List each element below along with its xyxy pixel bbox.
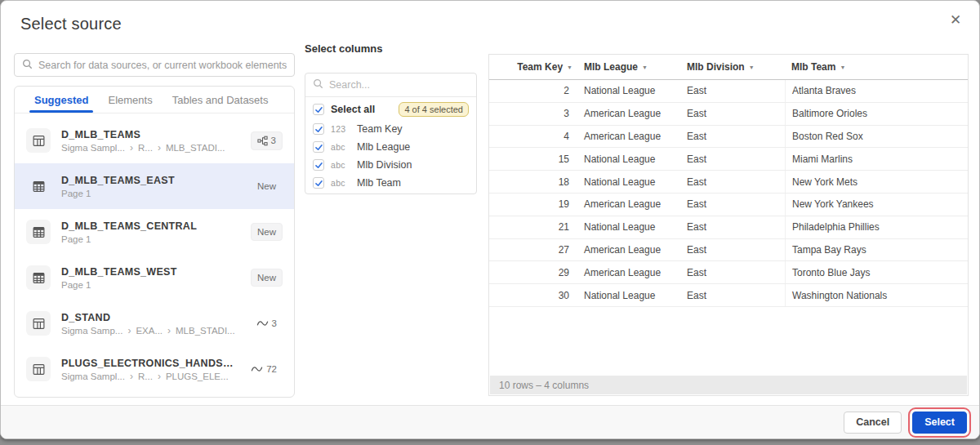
chart-count-badge: 3 xyxy=(251,315,283,332)
source-breadcrumb: Page 1 xyxy=(61,234,197,244)
table-cell: 4 xyxy=(489,126,577,148)
table-cell: 18 xyxy=(489,171,577,193)
dataset-table-icon xyxy=(26,128,51,153)
breadcrumb-part: Sigma Sampl... xyxy=(61,143,125,153)
header-label: Mlb Division xyxy=(687,61,745,73)
sort-caret-icon[interactable]: ▼ xyxy=(567,65,572,70)
columns-search-box xyxy=(305,73,476,97)
badge-count: 72 xyxy=(266,364,277,374)
column-header-mlb-team[interactable]: Mlb Team▼ xyxy=(785,55,968,79)
column-header-mlb-division[interactable]: Mlb Division▼ xyxy=(680,55,785,79)
tab-suggested[interactable]: Suggested xyxy=(26,87,96,113)
table-cell: 21 xyxy=(489,216,577,238)
close-icon[interactable]: ✕ xyxy=(947,11,964,29)
column-name: Mlb League xyxy=(357,141,410,153)
table-cell: East xyxy=(680,103,785,125)
table-cell: East xyxy=(680,148,785,170)
select-button[interactable]: Select xyxy=(912,412,967,434)
columns-search-input[interactable] xyxy=(329,79,469,91)
source-text: PLUGS_ELECTRONICS_HANDS_ON_LAB...Sigma S… xyxy=(61,358,234,381)
table-cell: New York Mets xyxy=(785,171,968,193)
sort-caret-icon[interactable]: ▼ xyxy=(642,65,648,70)
source-breadcrumb: Page 1 xyxy=(61,280,177,290)
column-name: Mlb Team xyxy=(357,177,401,189)
source-list-item[interactable]: D_MLB_TEAMSSigma Sampl...›R...›MLB_STADI… xyxy=(15,118,294,163)
line-chart-icon xyxy=(256,319,269,327)
source-list-item[interactable]: D_MLB_TEAMS_EASTPage 1New xyxy=(15,163,294,209)
source-breadcrumb: Sigma Sampl...›R...›MLB_STADI... xyxy=(61,143,225,153)
tab-tables-and-datasets[interactable]: Tables and Datasets xyxy=(164,87,277,113)
source-list-item[interactable]: PLUGS_ELECTRONICS_HANDS_ON_LAB...Sigma S… xyxy=(15,346,294,392)
select-source-dialog: Select source ✕ SuggestedElementsTables … xyxy=(0,0,980,439)
table-cell: Philadelphia Phillies xyxy=(785,216,968,238)
source-text: D_MLB_TEAMSSigma Sampl...›R...›MLB_STADI… xyxy=(61,129,225,153)
sort-caret-icon[interactable]: ▼ xyxy=(840,65,845,70)
breadcrumb-part: Sigma Sampl... xyxy=(61,372,125,381)
workbook-table-icon xyxy=(26,174,51,198)
column-row-mlb-division[interactable]: abcMlb Division xyxy=(305,156,476,174)
row-column-count: 10 rows – 4 columns xyxy=(499,380,589,391)
table-cell: National League xyxy=(577,216,680,238)
table-row: 30National LeagueEastWashington National… xyxy=(489,284,968,307)
lineage-count-badge: 3 xyxy=(251,131,283,150)
table-cell: Atlanta Braves xyxy=(785,80,968,102)
table-cell: 19 xyxy=(489,194,577,216)
dialog-footer: Cancel Select xyxy=(1,405,979,438)
column-header-team-key[interactable]: Team Key▼ xyxy=(489,55,577,79)
breadcrumb-part: MLB_STADI... xyxy=(166,143,225,153)
source-breadcrumb: Sigma Sampl...›R...›PLUGS_ELE... xyxy=(61,372,234,381)
column-checkbox[interactable] xyxy=(313,123,324,135)
new-badge: New xyxy=(251,269,283,287)
column-row-mlb-team[interactable]: abcMlb Team xyxy=(305,174,476,192)
source-list-item[interactable]: D_STANDSigma Samp...›EXA...›MLB_STADI...… xyxy=(15,300,294,346)
column-checkbox[interactable] xyxy=(313,177,324,189)
chevron-right-icon: › xyxy=(130,143,133,153)
table-cell: 29 xyxy=(489,261,577,283)
column-row-mlb-league[interactable]: abcMlb League xyxy=(305,138,476,156)
table-row: 21National LeagueEastPhiladelphia Philli… xyxy=(489,216,968,239)
source-text: D_STANDSigma Samp...›EXA...›MLB_STADI... xyxy=(61,312,235,336)
table-cell: 2 xyxy=(489,80,577,102)
source-list-item[interactable]: D_MLB_TEAMS_WESTPage 1New xyxy=(15,255,294,300)
source-title: D_MLB_TEAMS_CENTRAL xyxy=(61,220,197,232)
column-checkbox[interactable] xyxy=(313,159,324,171)
cancel-button[interactable]: Cancel xyxy=(844,412,902,434)
select-all-row[interactable]: Select all 4 of 4 selected xyxy=(305,99,476,120)
table-row: 27American LeagueEastTampa Bay Rays xyxy=(489,239,968,262)
source-title: D_MLB_TEAMS_WEST xyxy=(61,266,177,278)
sort-caret-icon[interactable]: ▼ xyxy=(749,65,755,70)
table-cell: National League xyxy=(577,284,680,306)
data-preview-table: Team Key▼Mlb League▼Mlb Division▼Mlb Tea… xyxy=(488,54,969,396)
source-search-input[interactable] xyxy=(38,60,287,71)
column-row-team-key[interactable]: 123Team Key xyxy=(305,120,476,138)
breadcrumb-part: Page 1 xyxy=(61,280,91,290)
column-header-mlb-league[interactable]: Mlb League▼ xyxy=(577,55,680,79)
tab-elements[interactable]: Elements xyxy=(100,87,160,113)
table-cell: Washington Nationals xyxy=(785,284,968,306)
source-title: D_MLB_TEAMS_EAST xyxy=(61,175,175,186)
workbook-table-icon xyxy=(26,220,51,244)
column-name: Team Key xyxy=(357,123,403,135)
table-cell: East xyxy=(680,80,785,102)
source-tabs: SuggestedElementsTables and Datasets xyxy=(15,87,294,113)
source-list-item[interactable]: D_MLB_TEAMS_CENTRALPage 1New xyxy=(15,209,294,255)
dataset-table-icon xyxy=(26,311,51,336)
breadcrumb-part: Page 1 xyxy=(61,234,91,244)
table-cell: American League xyxy=(577,103,680,125)
table-cell: American League xyxy=(577,126,680,148)
select-all-checkbox[interactable] xyxy=(313,104,324,115)
table-cell: Tampa Bay Rays xyxy=(785,239,968,261)
table-cell: American League xyxy=(577,261,680,283)
column-name: Mlb Division xyxy=(357,159,412,171)
table-cell: American League xyxy=(577,194,680,216)
table-body: 2National LeagueEastAtlanta Braves3Ameri… xyxy=(489,80,968,307)
table-cell: East xyxy=(680,239,785,261)
badge-count: 3 xyxy=(271,136,276,145)
column-checkbox[interactable] xyxy=(313,141,324,153)
search-icon xyxy=(22,58,33,73)
table-cell: East xyxy=(680,261,785,283)
text-type-icon: abc xyxy=(331,178,350,188)
header-label: Mlb League xyxy=(584,61,638,73)
select-all-label: Select all xyxy=(331,104,375,115)
table-cell: 30 xyxy=(489,284,577,306)
